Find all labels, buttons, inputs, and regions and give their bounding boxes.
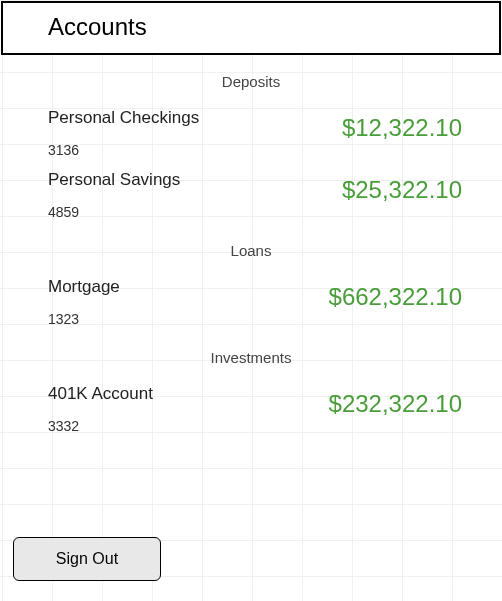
account-name: Personal Savings	[48, 170, 180, 190]
account-row[interactable]: Personal Savings 4859 $25,322.10	[0, 162, 502, 224]
account-info: Mortgage 1323	[48, 277, 120, 327]
account-info: 401K Account 3332	[48, 384, 153, 434]
account-name: Personal Checkings	[48, 108, 199, 128]
section-header-investments: Investments	[0, 349, 502, 366]
section-header-loans: Loans	[0, 242, 502, 259]
account-balance: $232,322.10	[329, 390, 462, 418]
sign-out-button[interactable]: Sign Out	[13, 537, 161, 581]
account-balance: $25,322.10	[342, 176, 462, 204]
account-row[interactable]: Mortgage 1323 $662,322.10	[0, 269, 502, 331]
account-info: Personal Savings 4859	[48, 170, 180, 220]
account-row[interactable]: 401K Account 3332 $232,322.10	[0, 376, 502, 438]
account-row[interactable]: Personal Checkings 3136 $12,322.10	[0, 100, 502, 162]
page-title: Accounts	[48, 13, 499, 41]
account-number: 4859	[48, 204, 180, 220]
account-balance: $662,322.10	[329, 283, 462, 311]
account-balance: $12,322.10	[342, 114, 462, 142]
account-name: Mortgage	[48, 277, 120, 297]
account-number: 1323	[48, 311, 120, 327]
account-number: 3332	[48, 418, 153, 434]
page-header: Accounts	[1, 1, 501, 55]
account-info: Personal Checkings 3136	[48, 108, 199, 158]
account-number: 3136	[48, 142, 199, 158]
account-name: 401K Account	[48, 384, 153, 404]
section-header-deposits: Deposits	[0, 73, 502, 90]
